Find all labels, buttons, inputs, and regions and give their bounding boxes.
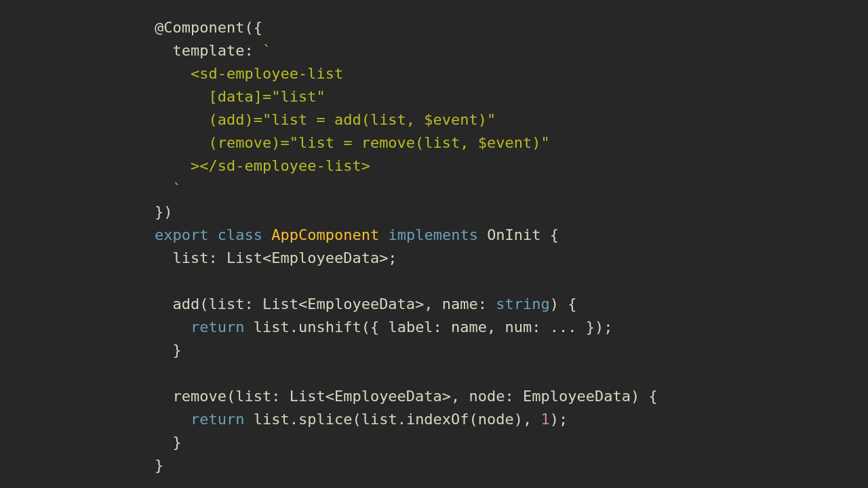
field-decl: list: List<EmployeeData>; — [155, 249, 397, 266]
method-remove-sig: remove(list: List<EmployeeData>, node: E… — [155, 388, 658, 405]
code-block: @Component({ template: ` <sd-employee-li… — [0, 0, 868, 477]
kw-class: class — [218, 226, 262, 243]
method-add-body: list.unshift({ label: name, num: ... }); — [244, 319, 612, 336]
brace-close: } — [155, 457, 163, 474]
kw-return: return — [191, 319, 244, 336]
punct: }) — [155, 203, 173, 220]
space — [208, 226, 217, 243]
space — [379, 226, 388, 243]
space — [262, 226, 271, 243]
indent — [155, 411, 191, 428]
backtick: ` — [262, 42, 271, 59]
template-string-line — [155, 180, 173, 197]
kw-export: export — [155, 226, 208, 243]
number-literal: 1 — [541, 411, 550, 428]
prop-template: template — [173, 42, 245, 59]
template-string-line: (add)="list = add(list, $event)" — [155, 111, 496, 128]
punct: { — [541, 226, 559, 243]
class-name: AppComponent — [271, 226, 379, 243]
brace-close: } — [155, 434, 182, 451]
method-remove-body: list.splice(list.indexOf(node), — [244, 411, 540, 428]
kw-implements: implements — [388, 226, 477, 243]
kw-string: string — [496, 296, 549, 312]
indent — [155, 319, 191, 336]
template-string-line: <sd-employee-list — [155, 65, 343, 82]
punct: ) { — [550, 296, 577, 312]
method-add-sig: add(list: List<EmployeeData>, name: — [155, 296, 496, 312]
space — [478, 226, 487, 243]
template-string-line: (remove)="list = remove(list, $event)" — [155, 134, 550, 151]
punct: ({ — [244, 19, 262, 36]
backtick: ` — [173, 180, 182, 197]
brace-close: } — [155, 342, 182, 359]
template-string-line: ></sd-employee-list> — [155, 157, 370, 174]
interface-name: OnInit — [487, 226, 540, 243]
kw-return: return — [191, 411, 244, 428]
template-string-line: [data]="list" — [155, 88, 326, 105]
punct: ); — [550, 411, 568, 428]
punct: : — [244, 42, 262, 59]
decorator: @Component — [155, 19, 244, 36]
